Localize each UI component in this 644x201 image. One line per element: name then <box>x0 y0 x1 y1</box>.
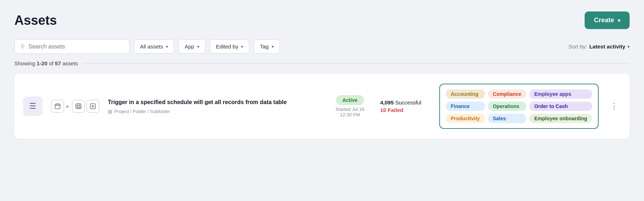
showing-of: of <box>47 60 55 66</box>
all-assets-chevron-icon: ▾ <box>166 44 168 49</box>
asset-icon-block: ☰ <box>23 97 42 116</box>
showing-count: 57 <box>55 60 61 66</box>
tag-order-to-cash[interactable]: Order to Cash <box>529 102 592 111</box>
more-options-button[interactable]: ⋮ <box>607 100 621 112</box>
formula-icon <box>86 100 99 113</box>
tag-label: Tag <box>260 43 268 50</box>
table-icon <box>72 100 85 113</box>
schedule-icon <box>51 100 64 113</box>
successful-count: 4,095 <box>380 99 394 106</box>
app-chevron-icon: ▾ <box>197 44 199 49</box>
tags-area: AccountingComplianceEmployee appsFinance… <box>439 84 599 129</box>
asset-flow-icons: ► <box>51 100 99 113</box>
failed-count: 10 <box>380 107 386 113</box>
asset-path-text: Project / Folder / Subfolder <box>114 109 170 114</box>
asset-title: Trigger in a specified schedule will get… <box>108 98 320 106</box>
svg-rect-0 <box>55 104 60 109</box>
tag-finance[interactable]: Finance <box>446 102 485 111</box>
asset-main-info: Trigger in a specified schedule will get… <box>108 98 320 114</box>
sort-value: Latest activity <box>589 43 625 50</box>
showing-row: Showing 1-20 of 57 assets <box>14 60 630 66</box>
tag-compliance[interactable]: Compliance <box>488 89 526 99</box>
stats-area: 4,095 Successful 10 Failed <box>380 99 431 113</box>
edited-by-chevron-icon: ▾ <box>241 44 243 49</box>
asset-path: ▤ Project / Folder / Subfolder <box>108 109 320 114</box>
stat-failed: 10 Failed <box>380 107 431 113</box>
tag-chevron-icon: ▾ <box>272 44 274 49</box>
divider-line <box>82 63 630 64</box>
search-icon: ⚲ <box>21 43 25 50</box>
started-time: 12:30 PM <box>336 112 364 117</box>
stat-success: 4,095 Successful <box>380 99 431 106</box>
sort-label: Sort by: <box>568 43 587 50</box>
svg-rect-4 <box>76 104 81 109</box>
header-row: Assets Create ▾ <box>14 11 630 29</box>
status-area: Active Started Jul 16 12:30 PM <box>328 95 372 117</box>
tag-accounting[interactable]: Accounting <box>446 89 485 99</box>
all-assets-label: All assets <box>140 43 163 50</box>
create-chevron-icon: ▾ <box>618 18 620 23</box>
folder-icon: ▤ <box>108 109 112 114</box>
search-box[interactable]: ⚲ <box>14 39 130 54</box>
tag-employee-apps[interactable]: Employee apps <box>529 89 592 99</box>
edited-by-label: Edited by <box>216 43 239 50</box>
flow-arrow-icon: ► <box>65 103 71 109</box>
tag-sales[interactable]: Sales <box>488 114 526 123</box>
create-button[interactable]: Create ▾ <box>585 11 630 29</box>
started-text: Started Jul 16 12:30 PM <box>336 107 364 117</box>
tag-employee-onboarding[interactable]: Employee onboarding <box>529 114 592 123</box>
search-input[interactable] <box>28 43 123 50</box>
status-badge: Active <box>336 95 364 105</box>
showing-text: Showing 1-20 of 57 assets <box>14 60 78 66</box>
tag-filter[interactable]: Tag ▾ <box>254 39 280 53</box>
app-label: App <box>185 43 194 50</box>
sort-area[interactable]: Sort by: Latest activity ▾ <box>568 43 630 50</box>
filters-row: ⚲ All assets ▾ App ▾ Edited by ▾ Tag ▾ S… <box>14 39 630 54</box>
asset-card: ☰ ► <box>14 74 630 139</box>
page-title: Assets <box>14 13 57 28</box>
tag-operations[interactable]: Operations <box>488 102 526 111</box>
all-assets-filter[interactable]: All assets ▾ <box>134 39 174 53</box>
document-icon: ☰ <box>29 102 36 111</box>
successful-label: Successful <box>395 99 421 106</box>
tag-productivity[interactable]: Productivity <box>446 114 485 123</box>
app-filter[interactable]: App ▾ <box>178 39 205 53</box>
create-label: Create <box>594 17 614 24</box>
showing-range: 1-20 <box>37 60 47 66</box>
failed-label: Failed <box>388 107 403 113</box>
edited-by-filter[interactable]: Edited by ▾ <box>210 39 250 53</box>
showing-suffix: assets <box>61 60 78 66</box>
sort-chevron-icon: ▾ <box>627 44 630 49</box>
started-date: Started Jul 16 <box>336 107 364 112</box>
